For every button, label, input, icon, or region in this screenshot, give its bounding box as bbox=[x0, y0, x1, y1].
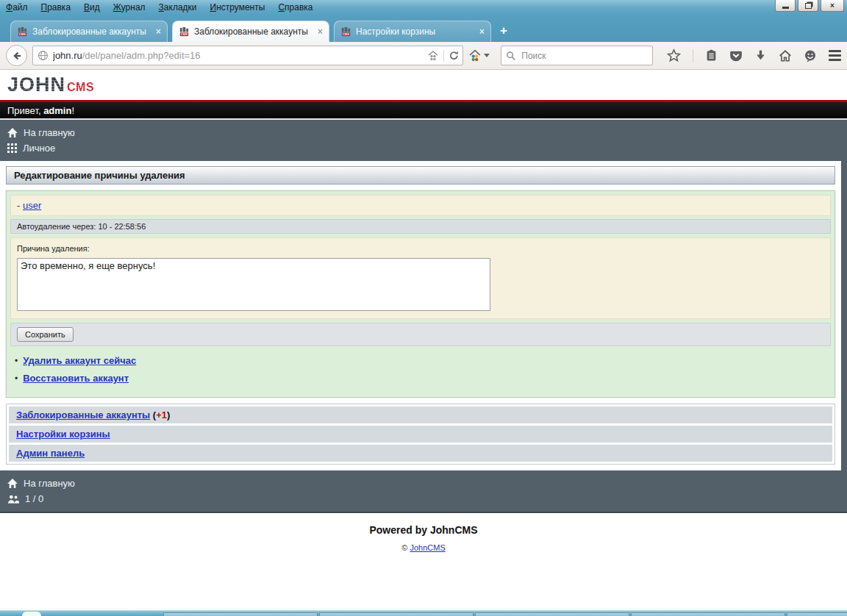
copyright-symbol: © bbox=[401, 543, 407, 552]
tab-strip: CMS Заблокированные аккаунты × CMS Забло… bbox=[0, 15, 847, 42]
autodelete-row: Автоудаление через: 10 - 22:58:56 bbox=[10, 219, 831, 234]
bookmarks-menu-icon[interactable] bbox=[705, 49, 718, 62]
menu-bookmarks[interactable]: Закладки bbox=[159, 2, 197, 12]
bottom-navigation: На главную 1 / 0 bbox=[0, 470, 847, 512]
browser-titlebar: Файл Правка Вид Журнал Закладки Инструме… bbox=[0, 0, 847, 15]
extension-button[interactable] bbox=[468, 49, 490, 62]
copyright-line: © JohnCMS bbox=[0, 543, 847, 552]
menu-row-blocked-accounts: Заблокированные аккаунты (+1) bbox=[9, 407, 832, 423]
band-bottom-edge bbox=[0, 512, 847, 513]
user-link[interactable]: user bbox=[23, 200, 41, 211]
url-domain: john.ru bbox=[53, 50, 82, 61]
close-icon: × bbox=[830, 1, 835, 10]
menu-history[interactable]: Журнал bbox=[113, 2, 146, 12]
search-input[interactable] bbox=[520, 50, 648, 62]
save-button[interactable]: Сохранить bbox=[17, 327, 74, 342]
copyright-link[interactable]: JohnCMS bbox=[410, 543, 445, 552]
url-path: /del/panel/adm.php?edit=16 bbox=[82, 50, 201, 61]
toolbar-icons bbox=[667, 49, 841, 62]
close-button[interactable]: × bbox=[821, 0, 844, 12]
home-icon[interactable] bbox=[779, 49, 792, 62]
toolbar-separator bbox=[693, 49, 693, 62]
reason-form: Причина удаления: Это временно, я еще ве… bbox=[10, 237, 831, 319]
hello-smiley-icon[interactable] bbox=[804, 49, 817, 62]
chevron-down-icon[interactable] bbox=[484, 54, 490, 57]
hamburger-menu-icon[interactable] bbox=[829, 50, 841, 61]
search-bar[interactable] bbox=[501, 46, 653, 65]
svg-text:CMS: CMS bbox=[343, 32, 350, 36]
admin-panel-link[interactable]: Админ панель bbox=[16, 448, 85, 459]
action-links: • Удалить аккаунт сейчас • Восстановить … bbox=[10, 351, 831, 393]
content-band: На главную Личное Редактирование причины… bbox=[0, 120, 847, 512]
minimize-icon bbox=[782, 7, 789, 9]
restore-account-link[interactable]: Восстановить аккаунт bbox=[23, 373, 129, 384]
tab-close-icon[interactable]: × bbox=[318, 26, 323, 37]
taskbar-button[interactable] bbox=[319, 612, 473, 616]
powered-text: Powered by JohnCMS bbox=[369, 524, 477, 536]
bookmark-star-icon[interactable] bbox=[667, 49, 681, 62]
grid-icon bbox=[7, 143, 17, 153]
delete-account-now-link[interactable]: Удалить аккаунт сейчас bbox=[23, 355, 136, 366]
main-content-panel: Редактирование причины удаления - user А… bbox=[0, 161, 841, 470]
greeting-text: Привет, admin! bbox=[7, 105, 74, 116]
counter-label: 1 / 0 bbox=[25, 493, 43, 504]
greeting-username: admin bbox=[43, 105, 71, 116]
reason-textarea[interactable]: Это временно, я еще вернусь! bbox=[17, 258, 490, 311]
taskbar-button[interactable] bbox=[787, 612, 847, 616]
action-line: • Восстановить аккаунт bbox=[15, 373, 826, 384]
menu-view[interactable]: Вид bbox=[84, 2, 100, 12]
counter-badge: (+1) bbox=[153, 409, 171, 420]
reason-label: Причина удаления: bbox=[17, 244, 824, 253]
menu-edit[interactable]: Правка bbox=[41, 2, 71, 12]
bullet-icon: • bbox=[15, 356, 18, 366]
tab-blocked-accounts-2-active[interactable]: CMS Заблокированные аккаунты × bbox=[172, 21, 329, 42]
download-icon[interactable] bbox=[754, 49, 767, 62]
bullet-icon: • bbox=[15, 373, 18, 384]
taskbar-button[interactable] bbox=[631, 612, 785, 616]
minimize-button[interactable] bbox=[775, 0, 796, 12]
back-button[interactable] bbox=[6, 45, 27, 66]
johncms-logo: JOHN CMS bbox=[7, 75, 94, 95]
svg-text:CMS: CMS bbox=[19, 32, 26, 36]
search-icon bbox=[506, 51, 516, 61]
tab-close-icon[interactable]: × bbox=[156, 26, 161, 37]
url-bar-separator bbox=[443, 50, 444, 62]
user-prefix: - bbox=[17, 200, 20, 211]
johncms-favicon-icon: CMS bbox=[179, 26, 190, 37]
pocket-icon[interactable] bbox=[729, 49, 743, 62]
home-icon bbox=[7, 128, 18, 137]
users-icon bbox=[7, 495, 19, 504]
save-row: Сохранить bbox=[10, 323, 831, 346]
nav-personal-link[interactable]: Личное bbox=[7, 140, 847, 156]
taskbar-button[interactable] bbox=[163, 612, 318, 616]
globe-icon bbox=[37, 50, 49, 61]
menu-bar: Файл Правка Вид Журнал Закладки Инструме… bbox=[6, 2, 312, 12]
menu-tools[interactable]: Инструменты bbox=[210, 2, 265, 12]
new-tab-button[interactable]: + bbox=[500, 24, 507, 38]
powered-by: Powered by JohnCMS bbox=[0, 523, 847, 537]
speed-dial-icon[interactable] bbox=[427, 50, 439, 62]
tab-trash-settings[interactable]: CMS Настройки корзины × bbox=[334, 21, 491, 42]
reload-icon[interactable] bbox=[448, 50, 460, 61]
top-navigation: На главную Личное bbox=[0, 120, 847, 161]
url-bar[interactable]: john.ru/del/panel/adm.php?edit=16 bbox=[32, 46, 463, 65]
tab-title: Заблокированные аккаунты bbox=[194, 26, 313, 37]
taskbar-sliver[interactable] bbox=[0, 610, 847, 616]
menu-help[interactable]: Справка bbox=[278, 2, 312, 12]
nav-home-link[interactable]: На главную bbox=[7, 125, 847, 140]
svg-text:CMS: CMS bbox=[181, 32, 188, 36]
restore-button[interactable] bbox=[798, 0, 818, 12]
start-button-edge[interactable] bbox=[22, 612, 41, 616]
window-controls: × bbox=[775, 0, 844, 12]
menu-row-admin-panel: Админ панель bbox=[9, 445, 832, 462]
taskbar-button[interactable] bbox=[475, 612, 629, 616]
johncms-favicon-icon: CMS bbox=[17, 26, 28, 37]
blocked-accounts-link[interactable]: Заблокированные аккаунты bbox=[16, 409, 150, 420]
site-header: JOHN CMS bbox=[0, 70, 847, 100]
edit-reason-block: - user Автоудаление через: 10 - 22:58:56… bbox=[6, 190, 835, 398]
trash-settings-link[interactable]: Настройки корзины bbox=[16, 429, 110, 440]
menu-file[interactable]: Файл bbox=[6, 2, 28, 12]
footer-home-link[interactable]: На главную bbox=[7, 476, 847, 491]
tab-blocked-accounts-1[interactable]: CMS Заблокированные аккаунты × bbox=[10, 21, 168, 42]
tab-close-icon[interactable]: × bbox=[479, 26, 485, 37]
